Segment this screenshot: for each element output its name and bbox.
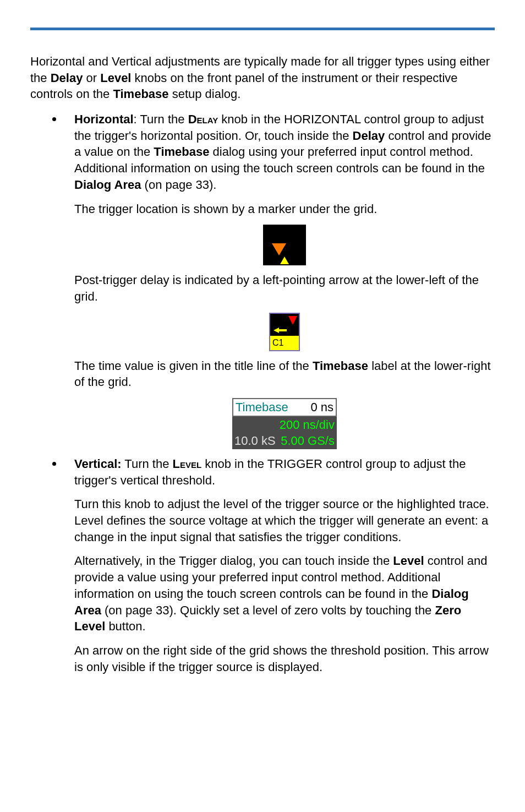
figure-timebase-label: Timebase 0 ns 200 ns/div 10.0 kS 5.00 GS… <box>74 398 495 449</box>
bold-level: Level <box>393 554 424 568</box>
timebase-row-1: 200 ns/div <box>232 417 337 433</box>
text: Alternatively, in the Trigger dialog, yo… <box>74 554 393 568</box>
bold-vertical: Vertical: <box>74 457 122 471</box>
text: The time value is given in the title lin… <box>74 359 313 373</box>
text: (on page 33). Quickly set a level of zer… <box>101 603 435 617</box>
intro-paragraph: Horizontal and Vertical adjustments are … <box>30 53 495 102</box>
list-item-horizontal: Horizontal: Turn the Delay knob in the H… <box>52 111 495 449</box>
vertical-p2: Turn this knob to adjust the level of th… <box>74 496 495 545</box>
figure-post-trigger: C1 <box>74 313 495 351</box>
vertical-p4: An arrow on the right side of the grid s… <box>74 642 495 675</box>
timebase-title-row: Timebase 0 ns <box>232 398 337 417</box>
text: : Turn the <box>134 112 188 126</box>
text: (on page 33). <box>141 178 216 192</box>
bullet-list: Horizontal: Turn the Delay knob in the H… <box>52 111 495 675</box>
header-rule <box>30 28 495 30</box>
horizontal-p2: The trigger location is shown by a marke… <box>74 201 495 217</box>
bold-dialog-area: Dialog Area <box>74 178 141 192</box>
horizontal-p4: The time value is given in the title lin… <box>74 358 495 390</box>
vertical-lead: Vertical: Turn the Level knob in the TRI… <box>74 456 495 488</box>
horizontal-p3: Post-trigger delay is indicated by a lef… <box>74 272 495 304</box>
timebase-scale: 200 ns/div <box>280 417 335 433</box>
timebase-row-2: 10.0 kS 5.00 GS/s <box>232 433 337 449</box>
arrow-shaft <box>279 329 287 331</box>
bold-timebase: Timebase <box>154 145 209 159</box>
bullet-icon <box>52 462 56 466</box>
trigger-marker-icon <box>272 243 286 255</box>
bold-level: Level <box>100 71 131 85</box>
smallcaps-level: Level <box>173 457 202 471</box>
list-item-vertical: Vertical: Turn the Level knob in the TRI… <box>52 456 495 675</box>
text: or <box>83 71 100 85</box>
bold-horizontal: Horizontal <box>74 112 134 126</box>
bold-timebase: Timebase <box>313 359 368 373</box>
timebase-title-value: 0 ns <box>310 399 333 416</box>
bullet-icon <box>52 117 56 121</box>
text: button. <box>105 619 145 633</box>
channel-label: C1 <box>270 336 299 350</box>
timebase-samples: 10.0 kS <box>234 433 276 449</box>
horizontal-lead: Horizontal: Turn the Delay knob in the H… <box>74 111 495 193</box>
bold-timebase: Timebase <box>113 87 168 101</box>
arrow-left-icon <box>274 328 279 333</box>
timebase-rate: 5.00 GS/s <box>281 433 335 449</box>
smallcaps-delay: Delay <box>188 112 218 126</box>
bold-delay: Delay <box>51 71 83 85</box>
text: Turn the <box>122 457 173 471</box>
vertical-p3: Alternatively, in the Trigger dialog, yo… <box>74 553 495 634</box>
text: setup dialog. <box>169 87 241 101</box>
grid-marker-icon <box>280 257 289 264</box>
bold-delay: Delay <box>353 129 385 143</box>
trigger-marker-icon <box>288 316 297 325</box>
figure-trigger-marker <box>74 225 495 265</box>
timebase-title: Timebase <box>236 399 288 416</box>
